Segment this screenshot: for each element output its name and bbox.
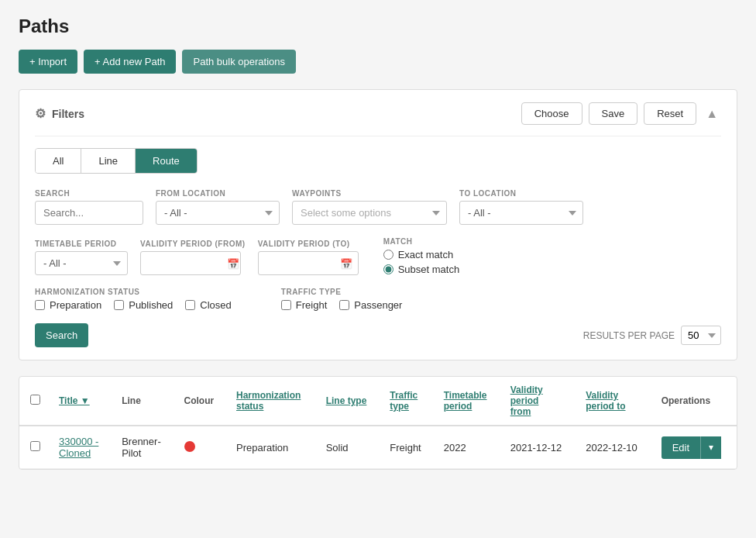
- to-location-group: TO LOCATION - All -: [459, 189, 583, 225]
- exact-match-label: Exact match: [398, 249, 454, 260]
- validity-to-group: VALIDITY PERIOD (TO) 📅: [258, 240, 359, 275]
- row-validity-from-value: 2021-12-12: [510, 442, 562, 454]
- import-button[interactable]: + Import: [19, 50, 77, 74]
- save-button[interactable]: Save: [589, 102, 638, 125]
- results-per-page-select[interactable]: 50 10 25 100: [681, 326, 721, 345]
- th-line-type: Line type: [317, 377, 381, 426]
- th-colour-label: Colour: [184, 395, 215, 406]
- th-colour: Colour: [175, 377, 228, 426]
- preparation-checkbox[interactable]: [35, 300, 45, 310]
- th-title: Title ▼: [50, 377, 112, 426]
- traffic-type-items: Freight Passenger: [281, 299, 403, 311]
- tab-route[interactable]: Route: [136, 149, 197, 173]
- waypoints-group: WAYPOINTS Select some options: [292, 189, 447, 225]
- validity-from-group: VALIDITY PERIOD (FROM) 📅: [140, 240, 246, 275]
- filters-label: Filters: [52, 108, 84, 120]
- match-label: MATCH: [383, 237, 460, 246]
- th-harmonization-status: Harmonizationstatus: [227, 377, 317, 426]
- results-per-page-label: RESULTS PER PAGE: [583, 330, 675, 341]
- page-container: Paths + Import + Add new Path Path bulk …: [0, 0, 756, 485]
- passenger-checkbox[interactable]: [339, 300, 349, 310]
- search-input[interactable]: [35, 201, 143, 225]
- th-validity-to: Validityperiod to: [576, 377, 652, 426]
- exact-match-row: Exact match: [383, 249, 460, 260]
- filter-row-checkboxes: HARMONIZATION STATUS Preparation Publish…: [35, 288, 721, 311]
- choose-button[interactable]: Choose: [521, 102, 582, 125]
- filters-actions: Choose Save Reset ▲: [521, 102, 721, 125]
- add-new-path-button[interactable]: + Add new Path: [84, 50, 176, 74]
- row-validity-to-value: 2022-12-10: [586, 442, 637, 454]
- th-title-sortable[interactable]: Title ▼: [59, 395, 90, 406]
- row-traffic-type-value: Freight: [390, 442, 421, 454]
- closed-label: Closed: [200, 299, 231, 311]
- freight-label: Freight: [296, 299, 327, 311]
- th-harmonization-link[interactable]: Harmonizationstatus: [236, 390, 301, 412]
- preparation-checkbox-row: Preparation: [35, 299, 101, 311]
- filters-title-group: ⚙ Filters: [35, 106, 84, 121]
- row-colour-cell: [175, 426, 228, 469]
- edit-dropdown-button[interactable]: ▾: [700, 436, 721, 459]
- row-colour-dot: [184, 441, 195, 452]
- th-line-type-link[interactable]: Line type: [326, 395, 367, 406]
- toolbar: + Import + Add new Path Path bulk operat…: [19, 50, 737, 74]
- validity-from-input[interactable]: [140, 251, 241, 275]
- th-traffic-type: Traffictype: [380, 377, 434, 426]
- timetable-period-select[interactable]: - All -: [35, 251, 128, 275]
- th-traffic-type-link[interactable]: Traffictype: [390, 390, 418, 412]
- exact-match-radio[interactable]: [383, 250, 393, 260]
- passenger-checkbox-row: Passenger: [339, 299, 402, 311]
- row-harmonization-cell: Preparation: [227, 426, 317, 469]
- row-title-cell: 330000 -Cloned: [50, 426, 112, 469]
- subset-match-radio[interactable]: [383, 264, 393, 274]
- validity-to-input[interactable]: [258, 251, 359, 275]
- filter-row-1: SEARCH FROM LOCATION - All - WAYPOINTS S…: [35, 189, 721, 225]
- th-line: Line: [112, 377, 174, 426]
- closed-checkbox[interactable]: [185, 300, 195, 310]
- page-title: Paths: [19, 16, 737, 37]
- row-checkbox[interactable]: [30, 441, 40, 451]
- filter-icon: ⚙: [35, 106, 46, 121]
- edit-button[interactable]: Edit: [662, 436, 700, 459]
- to-location-select[interactable]: - All -: [459, 201, 583, 225]
- reset-button[interactable]: Reset: [644, 102, 696, 125]
- filters-separator: [35, 136, 721, 136]
- search-row: Search RESULTS PER PAGE 50 10 25 100: [35, 323, 721, 347]
- subset-match-label: Subset match: [398, 264, 460, 275]
- paths-table: Title ▼ Line Colour Harmonizationstatus …: [19, 377, 737, 469]
- preparation-label: Preparation: [50, 299, 101, 311]
- traffic-type-label: TRAFFIC TYPE: [281, 288, 403, 296]
- th-timetable-period: Timetableperiod: [435, 377, 501, 426]
- tab-all[interactable]: All: [36, 149, 81, 173]
- select-all-checkbox[interactable]: [30, 395, 40, 405]
- freight-checkbox[interactable]: [281, 300, 291, 310]
- waypoints-select[interactable]: Select some options: [292, 201, 447, 225]
- row-line-type-value: Solid: [326, 442, 372, 454]
- th-timetable-link[interactable]: Timetableperiod: [444, 390, 487, 412]
- harmonization-status-label: HARMONIZATION STATUS: [35, 288, 232, 296]
- from-location-select[interactable]: - All -: [156, 201, 280, 225]
- table-container: Title ▼ Line Colour Harmonizationstatus …: [19, 376, 737, 470]
- results-per-page-group: RESULTS PER PAGE 50 10 25 100: [583, 326, 721, 345]
- search-button[interactable]: Search: [35, 323, 88, 347]
- from-location-label: FROM LOCATION: [156, 189, 280, 198]
- subset-match-row: Subset match: [383, 264, 460, 275]
- table-header-row: Title ▼ Line Colour Harmonizationstatus …: [19, 377, 737, 426]
- edit-button-group: Edit ▾: [662, 436, 727, 459]
- search-label: SEARCH: [35, 189, 143, 198]
- collapse-button[interactable]: ▲: [703, 107, 721, 121]
- th-validity-to-link[interactable]: Validityperiod to: [586, 390, 625, 412]
- waypoints-label: WAYPOINTS: [292, 189, 447, 198]
- row-validity-to-cell: 2022-12-10: [576, 426, 652, 469]
- closed-checkbox-row: Closed: [185, 299, 231, 311]
- bulk-operations-button[interactable]: Path bulk operations: [182, 50, 296, 74]
- row-title-link[interactable]: 330000 -Cloned: [59, 436, 98, 459]
- freight-checkbox-row: Freight: [281, 299, 327, 311]
- row-line-type-cell: Solid: [317, 426, 381, 469]
- tab-line[interactable]: Line: [81, 149, 136, 173]
- published-checkbox[interactable]: [114, 300, 124, 310]
- validity-from-wrap: 📅: [140, 251, 246, 275]
- search-group: SEARCH: [35, 189, 143, 225]
- published-checkbox-row: Published: [114, 299, 173, 311]
- row-checkbox-cell: [19, 426, 50, 469]
- th-validity-from-link[interactable]: Validityperiodfrom: [510, 385, 543, 417]
